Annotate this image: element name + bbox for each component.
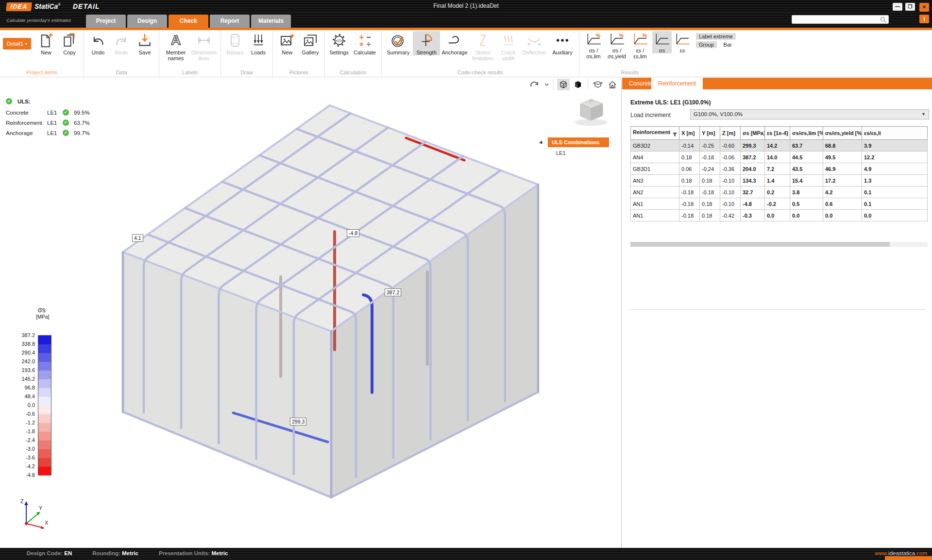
loads-button[interactable]: Loads	[247, 31, 270, 55]
home-view-button[interactable]	[606, 79, 619, 90]
stress-limitation-icon	[475, 33, 491, 48]
sigma-over-sigma-yield-button[interactable]: % σs /σs,yield	[606, 31, 628, 59]
load-increment-dropdown[interactable]: G100.0%, V100.0% ▼	[690, 109, 929, 119]
table-horizontal-scrollbar[interactable]	[630, 242, 928, 247]
3d-viewport[interactable]: ✓ULS: Concrete LE1 ✓ 99.5% Reinforcement…	[0, 78, 622, 548]
gallery-button[interactable]: Gallery	[299, 31, 322, 55]
search-input[interactable]	[792, 15, 889, 24]
undo-button[interactable]: Undo	[87, 31, 109, 55]
filter-icon[interactable]	[673, 133, 677, 137]
save-icon	[137, 33, 153, 48]
info-button[interactable]: i	[919, 15, 929, 23]
rotate-view-button[interactable]	[528, 79, 541, 90]
clipping-view-button[interactable]	[592, 79, 604, 90]
chevron-down-icon: ▾	[25, 42, 27, 46]
group-label-draw: Draw	[224, 69, 270, 76]
legend-tick: 338.8	[6, 341, 35, 347]
settings-button[interactable]: </> Settings	[328, 31, 350, 55]
sigma-s-icon	[654, 33, 670, 46]
wireframe-view-button[interactable]	[557, 79, 570, 90]
results-panel: Concrete Reinforcement Extreme ULS: LE1 …	[622, 78, 932, 548]
ribbon-group-results: % σs /σs,lim % σs /σs,yield % εs /εs,li	[579, 30, 739, 77]
legend-title: σs	[38, 306, 46, 314]
member-names-button[interactable]: A Membernames	[162, 31, 189, 61]
tab-materials[interactable]: Materials	[251, 15, 291, 28]
uls-row-anchorage: Anchorage LE1 ✓ 99.7%	[6, 128, 90, 138]
detail1-dropdown[interactable]: Detail1▾	[3, 38, 31, 50]
legend-color-bar	[38, 335, 51, 475]
legend-tick: 0.0	[6, 402, 35, 408]
table-row[interactable]: GB3D10.06-0.24-0.36204.07.243.546.94.9	[631, 163, 928, 175]
axis-triad: Z Y X	[14, 495, 52, 534]
panel-divider	[629, 309, 925, 310]
rotate-options-dropdown[interactable]	[543, 79, 550, 90]
home-icon	[608, 80, 617, 89]
loads-icon	[251, 33, 266, 48]
sigma-s-button[interactable]: σs	[652, 31, 672, 53]
group-toggle[interactable]: Group	[696, 41, 717, 48]
website-link[interactable]: www.ideastatica.com	[875, 550, 927, 556]
ribbon-group-project-items: Detail1▾ New Copy Project items	[0, 30, 84, 77]
table-row[interactable]: AN1-0.180.18-0.10-4.8-0.20.50.60.1	[631, 198, 928, 210]
svg-text:×: ×	[359, 40, 364, 48]
member-names-icon: A	[168, 33, 184, 48]
search-icon	[880, 17, 887, 23]
minimize-button[interactable]: —	[893, 3, 902, 11]
save-button[interactable]: Save	[134, 31, 156, 55]
clip-box-icon	[593, 81, 603, 88]
legend-tick: -0.6	[6, 411, 35, 417]
legend-tick: -1.2	[6, 420, 35, 425]
stress-ratio-lim-icon: %	[585, 33, 602, 46]
tab-design[interactable]: Design	[127, 15, 167, 28]
maximize-button[interactable]: ❐	[905, 3, 915, 11]
sigma-over-sigma-lim-button[interactable]: % σs /σs,lim	[582, 31, 605, 59]
label-extreme-toggle[interactable]: Label extreme	[696, 33, 736, 40]
load-increment-label: Load increment	[630, 112, 671, 119]
strength-button[interactable]: Strength	[413, 31, 440, 55]
new-project-item-button[interactable]: New	[35, 31, 57, 55]
scrollbar-thumb[interactable]	[630, 242, 890, 247]
table-row[interactable]: AN2-0.18-0.18-0.1032.70.23.84.20.1	[631, 187, 928, 198]
tab-check[interactable]: Check	[169, 15, 208, 28]
legend-tick: 242.0	[6, 358, 35, 364]
summary-button[interactable]: Summary	[385, 31, 412, 55]
calculate-button[interactable]: + − × ÷ Calculate	[351, 31, 378, 55]
main-tab-bar: Calculate yesterday's estimates Project …	[0, 13, 932, 28]
navigation-cube[interactable]	[566, 91, 617, 128]
reinforcement-3d-model	[0, 78, 622, 548]
uls-combinations-badge[interactable]: ULS Combinations	[548, 137, 609, 147]
load-case-le1[interactable]: LE1	[556, 150, 566, 156]
window-title: Final Model 2 (1).ideaDet	[0, 2, 932, 9]
check-icon: ✓	[63, 119, 69, 126]
legend-tick: -1.8	[6, 428, 35, 434]
bar-toggle[interactable]: Bar	[721, 41, 735, 48]
table-row[interactable]: AN30.180.18-0.10134.31.415.417.21.3	[631, 175, 928, 187]
stress-ratio-yield-icon: %	[609, 33, 625, 46]
crack-width-button: Crackwidth	[497, 31, 520, 61]
anchorage-button[interactable]: Anchorage	[441, 31, 468, 55]
tab-report[interactable]: Report	[210, 15, 250, 28]
legend-tick: 193.6	[6, 367, 35, 373]
chevron-down-icon: ▼	[921, 110, 926, 119]
dimension-lines-button: Dimensionlines	[190, 31, 218, 61]
svg-text:A: A	[171, 33, 181, 48]
crack-width-icon	[501, 33, 516, 48]
epsilon-s-button[interactable]: εs	[673, 31, 692, 53]
table-row[interactable]: AN1-0.180.18-0.42-0.30.00.00.00.0	[631, 210, 928, 221]
tab-reinforcement[interactable]: Reinforcement	[651, 78, 703, 91]
new-picture-button[interactable]: New	[276, 31, 298, 55]
solid-cube-icon	[573, 80, 583, 89]
tab-project[interactable]: Project	[86, 15, 126, 28]
auxiliary-button[interactable]: Auxiliary	[549, 31, 576, 55]
solid-view-button[interactable]	[572, 79, 584, 90]
legend-tick: 48.4	[6, 393, 35, 399]
table-row[interactable]: GB3D2-0.14-0.25-0.60299.314.263.768.83.9	[631, 140, 928, 152]
rotate-icon	[530, 80, 540, 89]
anchorage-icon	[447, 33, 462, 48]
epsilon-over-epsilon-lim-button[interactable]: % εs /εs,lim	[629, 31, 651, 59]
legend-tick: 290.4	[6, 350, 35, 356]
copy-button[interactable]: Copy	[58, 31, 81, 55]
group-label-calculation: Calculation	[328, 69, 378, 76]
close-button[interactable]: ✕	[919, 3, 929, 12]
table-row[interactable]: AN40.18-0.18-0.06387.214.044.549.512.2	[631, 152, 928, 163]
